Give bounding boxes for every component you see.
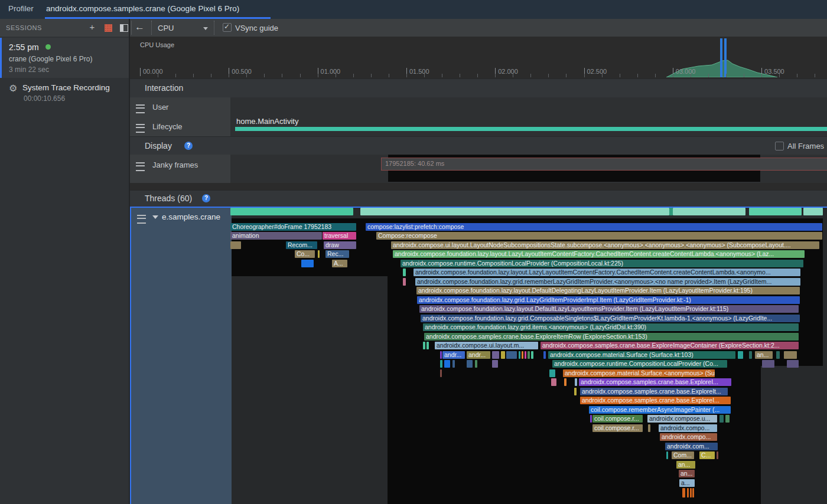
add-session-icon[interactable]: + bbox=[87, 22, 97, 32]
flame-bar[interactable]: compose:lazylist:prefetch:compose bbox=[366, 223, 822, 231]
stop-recording-icon[interactable] bbox=[105, 24, 112, 32]
flame-bar[interactable]: androidx.compose.foundation.lazy.layout.… bbox=[416, 287, 800, 294]
flame-bar-sliver[interactable] bbox=[440, 369, 442, 377]
flame-bar[interactable]: an... bbox=[679, 470, 695, 477]
flame-bar-sliver[interactable] bbox=[519, 351, 520, 359]
flame-bar[interactable]: androidx.compose.u... bbox=[647, 415, 717, 423]
flame-bar[interactable]: androidx.com... bbox=[665, 443, 718, 450]
flame-bar-sliver[interactable] bbox=[564, 378, 566, 386]
flame-bar[interactable]: andr... bbox=[442, 351, 465, 359]
flame-bar[interactable]: androidx.compose.foundation.lazy.layout.… bbox=[393, 250, 805, 258]
flame-bar[interactable]: Com... bbox=[672, 451, 694, 459]
flame-bar[interactable]: androidx.compose.samples.crane.base.Expl… bbox=[579, 378, 731, 386]
flame-bar[interactable]: animation bbox=[230, 232, 322, 240]
drag-handle-icon[interactable] bbox=[136, 104, 145, 113]
flame-bar-sliver[interactable] bbox=[230, 208, 353, 215]
flame-bar-sliver[interactable] bbox=[318, 250, 320, 258]
flame-bar[interactable]: andr... bbox=[467, 351, 490, 359]
flame-bar-sliver[interactable] bbox=[666, 451, 668, 459]
flame-bar[interactable]: a... bbox=[679, 479, 695, 487]
flame-bar-sliver[interactable] bbox=[762, 360, 774, 368]
flame-bar-sliver[interactable] bbox=[749, 351, 752, 359]
flame-bar[interactable]: coil.compose.rememberAsyncImagePainter (… bbox=[589, 406, 731, 414]
flame-bar-sliver[interactable] bbox=[475, 360, 477, 368]
flame-bar-sliver[interactable] bbox=[784, 351, 797, 359]
flame-bar-sliver[interactable] bbox=[551, 378, 556, 386]
flame-bar-sliver[interactable] bbox=[467, 360, 473, 368]
flame-bar-sliver[interactable] bbox=[492, 351, 499, 359]
flame-bar-sliver[interactable] bbox=[531, 351, 533, 359]
flame-bar[interactable]: androidx.compose.foundation.lazy.grid.re… bbox=[415, 278, 800, 286]
flame-bar[interactable]: Rec... bbox=[325, 250, 349, 258]
drag-handle-icon[interactable] bbox=[137, 215, 146, 224]
flame-bar-sliver[interactable] bbox=[776, 351, 780, 359]
flame-bar-sliver[interactable] bbox=[501, 351, 505, 359]
flame-bar-sliver[interactable] bbox=[528, 351, 530, 359]
flame-bar[interactable]: androidx.compo... bbox=[660, 433, 717, 441]
flame-bar[interactable]: Compose:recompose bbox=[376, 232, 822, 240]
flame-bar-sliver[interactable] bbox=[403, 269, 406, 276]
flame-bar-sliver[interactable] bbox=[687, 488, 689, 498]
flame-bar-sliver[interactable] bbox=[522, 351, 523, 359]
lifecycle-event-bar[interactable] bbox=[235, 127, 827, 131]
flame-bar[interactable]: coil.compose.r... bbox=[592, 415, 643, 423]
flame-bar[interactable]: androidx.compose.samples.crane.base.Expl… bbox=[424, 333, 799, 341]
drag-handle-icon[interactable] bbox=[136, 124, 145, 133]
flame-bar[interactable]: androidx.compose.foundation.lazy.layout.… bbox=[419, 305, 799, 313]
all-frames-checkbox[interactable] bbox=[775, 142, 784, 150]
session-entry[interactable]: 2:55 pm crane (Google Pixel 6 Pro) 3 min… bbox=[0, 38, 131, 78]
flame-bar[interactable]: an... bbox=[676, 461, 695, 469]
flame-bar-sliver[interactable] bbox=[725, 415, 730, 423]
flame-bar[interactable]: androidx.compose.ui.layout.m... bbox=[435, 342, 538, 349]
flame-bar[interactable]: androidx.compose.samples.crane.base.Expl… bbox=[541, 342, 799, 349]
flame-bar-sliver[interactable] bbox=[575, 378, 577, 386]
flame-bar[interactable]: androidx.compo... bbox=[659, 424, 717, 432]
collapse-panel-icon[interactable] bbox=[120, 24, 128, 32]
session-artifact[interactable]: ⚙ System Trace Recording 00:00:10.656 bbox=[0, 79, 129, 106]
flame-bar-sliver[interactable] bbox=[692, 488, 694, 498]
flame-bar-sliver[interactable] bbox=[549, 369, 555, 377]
flame-bar[interactable]: Co... bbox=[295, 250, 315, 258]
flame-bar[interactable]: coil.compose.r... bbox=[592, 424, 643, 432]
selection-range-handle[interactable] bbox=[724, 38, 727, 77]
flame-bar-sliver[interactable] bbox=[440, 351, 442, 359]
thread-row-ename[interactable]: e.samples.crane bbox=[130, 208, 232, 504]
flame-bar[interactable]: Choreographer#doFrame 17952183 bbox=[230, 223, 356, 231]
flame-bar-sliver[interactable] bbox=[749, 208, 802, 215]
profiler-type-dropdown[interactable]: CPU bbox=[158, 24, 174, 32]
flame-bar-sliver[interactable] bbox=[590, 415, 592, 423]
flame-bar[interactable]: draw bbox=[324, 241, 356, 249]
flame-bar-sliver[interactable] bbox=[506, 351, 517, 359]
vsync-guide-checkbox[interactable] bbox=[223, 23, 232, 32]
flame-bar-sliver[interactable] bbox=[492, 360, 498, 368]
flame-bar[interactable]: androidx.compose.material.Surface (Surfa… bbox=[548, 351, 735, 359]
flame-bar-sliver[interactable] bbox=[787, 360, 799, 368]
collapse-thread-icon[interactable] bbox=[152, 215, 158, 219]
chevron-down-icon[interactable] bbox=[203, 27, 208, 30]
flame-bar-sliver[interactable] bbox=[738, 351, 743, 359]
flame-bar-sliver[interactable] bbox=[301, 260, 314, 267]
flame-bar-sliver[interactable] bbox=[574, 388, 577, 395]
flame-bar-sliver[interactable] bbox=[543, 351, 546, 359]
flame-bar[interactable]: androidx.compose.foundation.lazy.grid.it… bbox=[423, 323, 799, 331]
help-icon[interactable]: ? bbox=[184, 142, 193, 150]
drag-handle-icon[interactable] bbox=[136, 162, 145, 171]
flame-bar[interactable]: androidx.compose.samples.crane.base.Expl… bbox=[580, 397, 731, 404]
back-arrow-icon[interactable]: ← bbox=[135, 21, 145, 33]
flame-bar-sliver[interactable] bbox=[444, 360, 450, 368]
flame-bar[interactable]: C... bbox=[699, 451, 715, 459]
flame-bar[interactable]: A... bbox=[332, 260, 347, 267]
flame-bar-sliver[interactable] bbox=[230, 241, 241, 249]
tab-profiler[interactable]: Profiler bbox=[0, 0, 42, 17]
flame-bar-sliver[interactable] bbox=[717, 451, 718, 459]
janky-frame-bar[interactable]: 17952185: 40.62 ms bbox=[381, 158, 827, 171]
flame-bar-sliver[interactable] bbox=[690, 488, 692, 498]
flame-bar[interactable]: an... bbox=[755, 351, 773, 359]
flame-bar[interactable]: androidx.compose.samples.crane.base.Expl… bbox=[580, 388, 728, 395]
flame-bar-sliver[interactable] bbox=[426, 342, 429, 349]
flame-bar[interactable]: androidx.compose.foundation.lazy.grid.Co… bbox=[421, 315, 800, 322]
flame-bar[interactable]: Recom... bbox=[286, 241, 317, 249]
flame-bar-sliver[interactable] bbox=[803, 208, 823, 215]
flame-bar-sliver[interactable] bbox=[673, 208, 745, 215]
flame-bar-sliver[interactable] bbox=[682, 488, 685, 498]
